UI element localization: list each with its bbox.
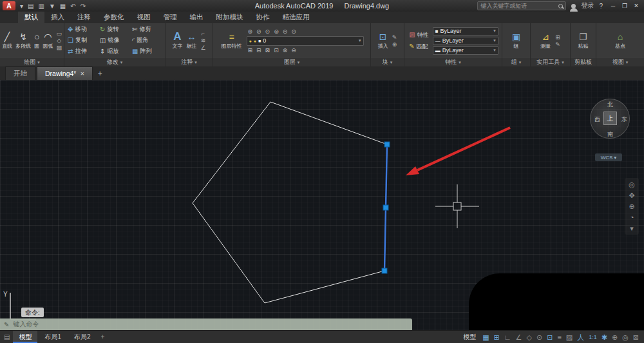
- annotation-monitor-icon[interactable]: ⊕: [612, 333, 618, 341]
- panel-label-properties[interactable]: 特性 ▾: [404, 58, 502, 66]
- scale-button[interactable]: ⇕缩放: [99, 46, 131, 57]
- viewcube-east[interactable]: 东: [621, 115, 627, 124]
- layer-dropdown[interactable]: ● ● ■ 0 ▾: [247, 36, 364, 46]
- navbar-more-icon[interactable]: ▾: [630, 224, 634, 232]
- snap-icon[interactable]: ⊞: [494, 333, 500, 341]
- redo-icon[interactable]: ↷: [80, 3, 86, 10]
- polyline-button[interactable]: ↯ 多段线: [14, 31, 32, 50]
- user-icon[interactable]: [571, 4, 576, 8]
- isodraft-icon[interactable]: ◇: [526, 333, 531, 341]
- polar-tracking-icon[interactable]: ∠: [516, 333, 522, 341]
- save-icon[interactable]: ▼: [49, 3, 55, 10]
- fillet-button[interactable]: ◜圆角: [131, 35, 163, 46]
- tab-featured-apps[interactable]: 精选应用: [276, 12, 316, 23]
- layer-tool-icon[interactable]: ⊞: [248, 47, 253, 54]
- viewcube-north[interactable]: 北: [607, 101, 613, 109]
- file-tab-drawing4[interactable]: Drawing4* ✕: [37, 66, 93, 80]
- ortho-icon[interactable]: ∟: [504, 333, 511, 341]
- layer-tool-icon[interactable]: ⊖: [291, 47, 296, 54]
- line-button[interactable]: ╱ 直线: [1, 31, 14, 50]
- signin-link[interactable]: 登录: [581, 1, 594, 10]
- command-input-bar[interactable]: ✎ 键入命令: [0, 318, 412, 330]
- file-tab-start[interactable]: 开始: [5, 66, 35, 80]
- isolate-objects-icon[interactable]: ◎: [622, 333, 629, 341]
- text-button[interactable]: A 文字: [171, 31, 184, 50]
- wcs-dropdown[interactable]: WCS ▾: [595, 153, 622, 161]
- measure-button[interactable]: ⊿ 测量: [539, 31, 552, 50]
- tab-home[interactable]: 默认: [18, 12, 44, 23]
- model-space-label[interactable]: 模型: [463, 333, 476, 342]
- drawing-canvas[interactable]: Y 北 南 西 东 上 WCS ▾ ◎ ✥ ⊕ ◔ ▾ 命令: ✎ 键入命令: [0, 80, 644, 330]
- rotate-button[interactable]: ↻旋转: [99, 24, 131, 35]
- table-icon[interactable]: ≋: [200, 37, 205, 44]
- annotation-scale-label[interactable]: 1:1: [589, 333, 597, 341]
- properties-button[interactable]: ▧特性: [408, 30, 430, 40]
- tab-insert[interactable]: 插入: [44, 12, 71, 23]
- layout-tab-model[interactable]: 模型: [13, 331, 37, 343]
- panel-label-clipboard[interactable]: 剪贴板: [571, 58, 596, 66]
- layer-tool-icon[interactable]: ⊚: [274, 28, 279, 35]
- search-input[interactable]: [480, 3, 556, 9]
- viewcube-west[interactable]: 西: [594, 115, 600, 124]
- selection-grip[interactable]: [383, 205, 388, 210]
- tab-collaborate[interactable]: 协作: [250, 12, 276, 23]
- app-menu-arrow-icon[interactable]: ▾: [20, 3, 23, 10]
- layer-tool-icon[interactable]: ⊡: [274, 47, 279, 54]
- hatch-icon[interactable]: ▨: [56, 44, 62, 51]
- tab-addins[interactable]: 附加模块: [210, 12, 250, 23]
- panel-label-block[interactable]: 块 ▾: [371, 58, 404, 66]
- selection-grip[interactable]: [384, 142, 390, 147]
- tab-annotate[interactable]: 注释: [71, 12, 97, 23]
- object-snap-icon[interactable]: ⊡: [547, 333, 553, 341]
- layer-tool-icon[interactable]: ⊕: [248, 28, 253, 35]
- tab-view[interactable]: 视图: [131, 12, 157, 23]
- selection-grip[interactable]: [382, 268, 387, 273]
- layer-tool-icon[interactable]: ⊜: [283, 28, 288, 35]
- dimension-button[interactable]: ↔ 标注: [185, 31, 198, 50]
- grid-icon[interactable]: ▦: [482, 333, 489, 341]
- new-layout-button[interactable]: +: [98, 331, 108, 343]
- tab-manage[interactable]: 管理: [157, 12, 184, 23]
- open-file-icon[interactable]: ▥: [38, 3, 44, 10]
- new-drawing-tab-button[interactable]: +: [94, 66, 106, 80]
- create-block-icon[interactable]: ⊕: [392, 41, 397, 48]
- orbit-icon[interactable]: ◔: [630, 213, 634, 221]
- steering-wheel-icon[interactable]: ◎: [629, 181, 635, 188]
- zoom-icon[interactable]: ⊕: [629, 202, 634, 210]
- quick-select-icon[interactable]: ⊞: [555, 34, 560, 41]
- panel-label-annotation[interactable]: 注释 ▾: [166, 58, 213, 66]
- rectangle-icon[interactable]: ▭: [56, 30, 62, 37]
- layer-tool-icon[interactable]: ⊘: [256, 28, 261, 35]
- panel-label-modify[interactable]: 修改 ▾: [64, 58, 165, 66]
- insert-block-button[interactable]: ⊡ 插入: [377, 31, 390, 50]
- id-point-icon[interactable]: ✎: [555, 41, 560, 48]
- lineweight-dropdown[interactable]: ▬ ByLayer ▾: [433, 46, 498, 55]
- object-color-dropdown[interactable]: ■ ByLayer ▾: [433, 27, 498, 35]
- tab-output[interactable]: 输出: [184, 12, 210, 23]
- layout-tab-layout1[interactable]: 布局1: [39, 331, 67, 343]
- search-box[interactable]: [477, 1, 566, 10]
- arc-button[interactable]: ◠ 圆弧: [41, 31, 54, 50]
- clean-screen-icon[interactable]: ⊠: [633, 333, 639, 341]
- paste-button[interactable]: ❐ 粘贴: [577, 31, 590, 50]
- layer-tool-icon[interactable]: ⊗: [283, 47, 288, 54]
- plot-icon[interactable]: ▦: [60, 3, 66, 10]
- circle-button[interactable]: ○ 圆: [33, 31, 41, 50]
- layer-tool-icon[interactable]: ⊠: [265, 47, 270, 54]
- panel-label-layers[interactable]: 图层 ▾: [213, 58, 370, 66]
- viewcube-south[interactable]: 南: [607, 130, 613, 139]
- base-point-button[interactable]: ⌂ 基点: [614, 31, 627, 50]
- layer-tool-icon[interactable]: ⊟: [256, 47, 261, 54]
- stretch-button[interactable]: ⇄拉伸: [66, 46, 99, 57]
- mirror-button[interactable]: ◫镜像: [99, 35, 131, 46]
- leader-icon[interactable]: ⌐: [200, 30, 205, 37]
- panel-label-utilities[interactable]: 实用工具 ▾: [531, 58, 570, 66]
- workspace-gear-icon[interactable]: ✱: [601, 333, 607, 341]
- pentagon-outline[interactable]: [193, 102, 387, 303]
- maximize-button[interactable]: ❐: [620, 3, 630, 9]
- layout-list-icon[interactable]: ▤: [4, 333, 10, 340]
- viewcube-top-face[interactable]: 上: [603, 112, 617, 125]
- array-button[interactable]: ▦阵列: [131, 46, 163, 57]
- trim-button[interactable]: ✄修剪: [131, 24, 163, 35]
- close-button[interactable]: ✕: [631, 3, 641, 9]
